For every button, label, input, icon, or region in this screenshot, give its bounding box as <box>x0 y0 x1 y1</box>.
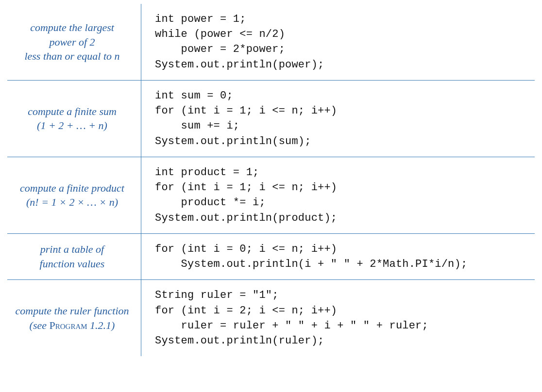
label-line: power of 2 <box>49 35 95 49</box>
example-code: String ruler = "1"; for (int i = 2; i <=… <box>141 280 535 356</box>
example-label: compute the largest power of 2 less than… <box>7 4 141 80</box>
label-line: function values <box>40 257 105 271</box>
label-line: (see Program 1.2.1) <box>30 318 115 333</box>
example-label: compute a finite sum (1 + 2 + … + n) <box>7 81 141 157</box>
label-line: compute a finite product <box>20 181 124 196</box>
label-line: less than or equal to n <box>24 49 119 64</box>
label-line: (1 + 2 + … + n) <box>37 118 107 133</box>
example-label: compute a finite product (n! = 1 × 2 × …… <box>7 157 141 233</box>
examples-table: compute the largest power of 2 less than… <box>7 4 535 356</box>
example-code: for (int i = 0; i <= n; i++) System.out.… <box>141 234 535 279</box>
label-line: compute a finite sum <box>28 104 117 119</box>
example-code: int product = 1; for (int i = 1; i <= n;… <box>141 157 535 233</box>
table-row: compute a finite sum (1 + 2 + … + n) int… <box>7 81 535 157</box>
table-row: compute the largest power of 2 less than… <box>7 4 535 81</box>
example-label: print a table of function values <box>7 234 141 279</box>
example-label: compute the ruler function (see Program … <box>7 280 141 356</box>
label-line: print a table of <box>40 242 104 257</box>
table-row: compute a finite product (n! = 1 × 2 × …… <box>7 157 535 234</box>
table-row: compute the ruler function (see Program … <box>7 280 535 356</box>
label-line: (n! = 1 × 2 × … × n) <box>26 195 118 210</box>
label-line: compute the ruler function <box>15 304 129 318</box>
table-row: print a table of function values for (in… <box>7 234 535 280</box>
label-line: compute the largest <box>30 20 114 35</box>
example-code: int power = 1; while (power <= n/2) powe… <box>141 4 535 80</box>
example-code: int sum = 0; for (int i = 1; i <= n; i++… <box>141 81 535 157</box>
